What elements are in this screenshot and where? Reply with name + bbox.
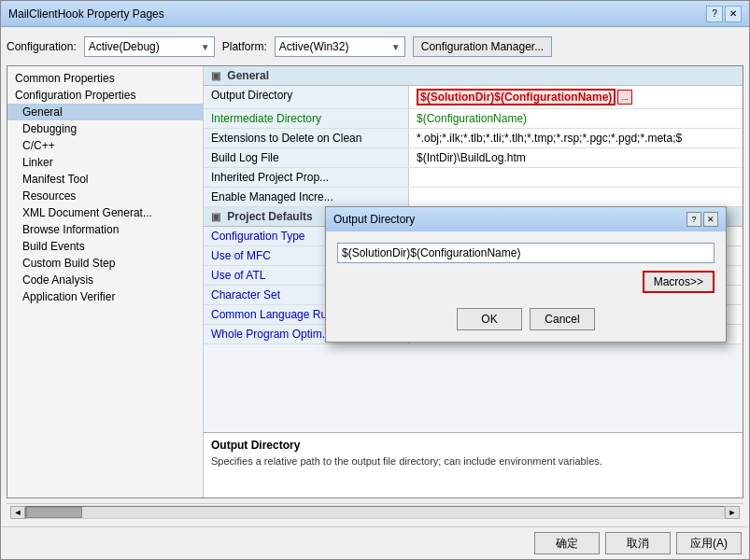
title-bar-buttons: ? ✕: [706, 6, 742, 22]
config-label: Configuration:: [7, 40, 77, 53]
sidebar-item-custom-build-step[interactable]: Custom Build Step: [7, 255, 203, 272]
dialog-cancel-button[interactable]: Cancel: [530, 308, 595, 330]
sidebar-item-resources[interactable]: Resources: [7, 188, 203, 204]
dialog-overlay: Output Directory ? ✕ Macros>>: [204, 66, 743, 497]
config-value: Active(Debug): [89, 40, 160, 53]
platform-value: Active(Win32): [279, 40, 349, 53]
platform-dropdown[interactable]: Active(Win32) ▼: [275, 36, 405, 57]
dialog-help-button[interactable]: ?: [686, 212, 701, 227]
scroll-track[interactable]: [25, 506, 725, 519]
sidebar-item-linker[interactable]: Linker: [7, 154, 203, 171]
output-directory-dialog: Output Directory ? ✕ Macros>>: [325, 206, 727, 343]
window-title: MailClientHook Property Pages: [8, 7, 164, 21]
cancel-button[interactable]: 取消: [605, 532, 671, 554]
sidebar-item-code-analysis[interactable]: Code Analysis: [7, 272, 203, 288]
sidebar-item-debugging[interactable]: Debugging: [7, 120, 203, 137]
close-button[interactable]: ✕: [725, 6, 742, 22]
sidebar-item-cpp[interactable]: C/C++: [7, 137, 203, 154]
dialog-input[interactable]: [337, 243, 715, 263]
config-row: Configuration: Active(Debug) ▼ Platform:…: [7, 33, 743, 61]
main-panel: Common Properties Configuration Properti…: [7, 65, 743, 498]
dialog-title-buttons: ? ✕: [686, 212, 718, 227]
horizontal-scrollbar[interactable]: ◄ ►: [7, 503, 743, 521]
dialog-title: Output Directory: [333, 213, 415, 226]
ok-button[interactable]: 确定: [534, 532, 600, 554]
platform-dropdown-arrow: ▼: [391, 42, 401, 52]
content-area: Configuration: Active(Debug) ▼ Platform:…: [1, 27, 749, 526]
scroll-left-button[interactable]: ◄: [10, 506, 25, 519]
bottom-buttons: 确定 取消 应用(A): [1, 526, 749, 559]
macros-button[interactable]: Macros>>: [643, 271, 715, 293]
main-window: MailClientHook Property Pages ? ✕ Config…: [0, 0, 750, 560]
sidebar-item-configuration-properties[interactable]: Configuration Properties: [7, 87, 203, 104]
config-manager-button[interactable]: Configuration Manager...: [413, 36, 552, 57]
sidebar: Common Properties Configuration Properti…: [7, 66, 204, 497]
sidebar-item-build-events[interactable]: Build Events: [7, 238, 203, 255]
dialog-close-button[interactable]: ✕: [703, 212, 718, 227]
config-dropdown-arrow: ▼: [201, 42, 210, 52]
platform-label: Platform:: [222, 40, 267, 53]
title-bar: MailClientHook Property Pages ? ✕: [1, 1, 749, 27]
sidebar-item-application-verifier[interactable]: Application Verifier: [7, 288, 203, 305]
scroll-thumb[interactable]: [26, 507, 82, 518]
dialog-content: Macros>> OK Cancel: [326, 231, 726, 342]
sidebar-item-browse-information[interactable]: Browse Information: [7, 221, 203, 238]
sidebar-item-common-properties[interactable]: Common Properties: [7, 70, 203, 87]
dialog-title-bar: Output Directory ? ✕: [326, 207, 726, 231]
help-button[interactable]: ?: [706, 6, 723, 22]
config-dropdown[interactable]: Active(Debug) ▼: [84, 36, 215, 57]
sidebar-item-general[interactable]: General: [7, 104, 203, 120]
apply-button[interactable]: 应用(A): [676, 532, 742, 554]
dialog-button-row: OK Cancel: [337, 308, 715, 330]
scroll-right-button[interactable]: ►: [725, 506, 740, 519]
right-panel: ▣ General Output Directory $(SolutionDir…: [204, 66, 743, 497]
sidebar-item-xml-document[interactable]: XML Document Generat...: [7, 204, 203, 221]
dialog-ok-button[interactable]: OK: [457, 308, 522, 330]
sidebar-item-manifest-tool[interactable]: Manifest Tool: [7, 171, 203, 188]
